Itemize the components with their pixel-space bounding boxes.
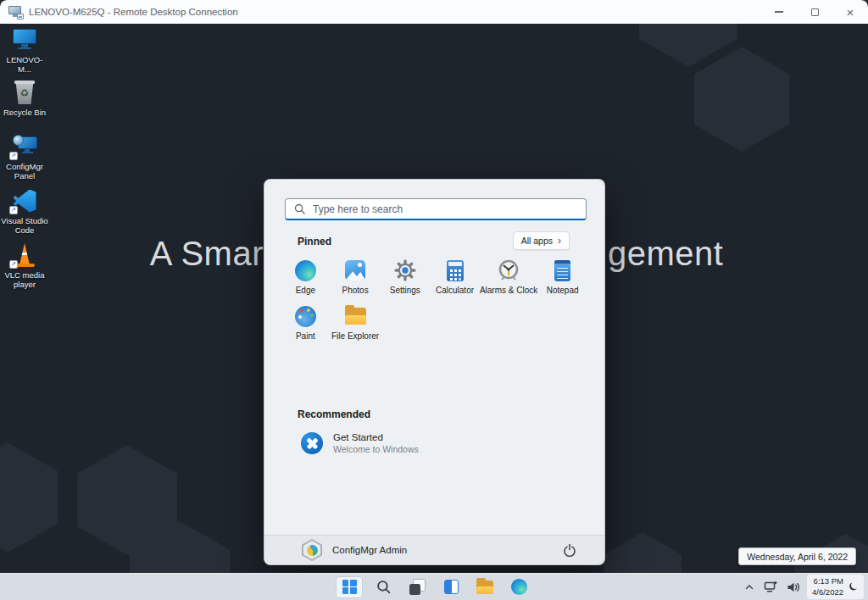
maximize-icon xyxy=(811,8,819,16)
start-menu: Pinned All apps › Edge Photos Settings xyxy=(264,179,605,565)
pinned-app-label: Calculator xyxy=(436,286,474,295)
settings-gear-icon xyxy=(394,259,416,281)
recycle-bin-icon: ♻ xyxy=(14,81,35,104)
hexagon-decoration xyxy=(0,442,58,553)
remote-desktop-icon xyxy=(12,29,37,52)
pinned-app-label: Edge xyxy=(296,286,315,295)
rdp-app-icon[interactable] xyxy=(8,6,23,19)
shortcut-arrow-icon: ↗ xyxy=(9,260,18,269)
pinned-app-calculator[interactable]: Calculator xyxy=(430,258,480,303)
desktop-icon-vscode[interactable]: ↗ Visual Studio Code xyxy=(0,188,49,236)
window-title: LENOVO-M625Q - Remote Desktop Connection xyxy=(29,7,238,17)
edge-icon xyxy=(295,260,316,281)
pinned-grid: Edge Photos Settings Calculator Alar xyxy=(281,258,587,349)
recommended-item-subtitle: Welcome to Windows xyxy=(333,444,419,454)
tray-overflow-button[interactable] xyxy=(742,576,757,598)
desktop-icon-recycle-bin[interactable]: ♻ Recycle Bin xyxy=(0,80,49,117)
focus-assist-moon-icon xyxy=(848,581,859,592)
tray-date: 4/6/2022 xyxy=(812,587,843,597)
taskbar-file-explorer-button[interactable] xyxy=(471,576,498,598)
network-button[interactable] xyxy=(761,576,780,598)
system-tray: 6:13 PM 4/6/2022 xyxy=(742,574,864,600)
windows-logo-icon xyxy=(342,580,357,594)
wallpaper-text-right: gement xyxy=(608,236,723,270)
network-display-icon xyxy=(764,581,777,593)
pinned-app-label: Paint xyxy=(296,331,315,341)
notepad-icon xyxy=(554,260,570,281)
desktop-icon-label: VLC media player xyxy=(0,270,49,290)
widgets-icon xyxy=(444,580,459,594)
tray-time: 6:13 PM xyxy=(812,576,843,586)
pinned-header: Pinned xyxy=(298,236,331,247)
all-apps-label: All apps xyxy=(521,236,553,246)
speaker-icon xyxy=(787,581,800,593)
pinned-app-notepad[interactable]: Notepad xyxy=(537,258,587,303)
search-input[interactable] xyxy=(311,203,586,216)
shortcut-arrow-icon: ↗ xyxy=(9,152,18,160)
desktop-icon-lenovo-rdp[interactable]: LENOVO-M... xyxy=(0,27,49,75)
close-icon: × xyxy=(847,6,854,19)
minimize-button[interactable] xyxy=(761,0,797,24)
power-button[interactable] xyxy=(559,539,581,561)
photos-icon xyxy=(345,260,365,281)
pinned-app-paint[interactable]: Paint xyxy=(281,303,331,349)
pinned-app-edge[interactable]: Edge xyxy=(281,258,331,303)
hexagon-decoration xyxy=(604,532,682,573)
start-button[interactable] xyxy=(336,576,363,598)
date-tooltip: Wednesday, April 6, 2022 xyxy=(738,547,856,565)
folder-icon xyxy=(476,581,493,594)
alarm-clock-icon xyxy=(498,259,520,281)
rdp-window: LENOVO-M625Q - Remote Desktop Connection… xyxy=(0,0,868,600)
pinned-app-label: Photos xyxy=(342,286,369,295)
pinned-app-alarms-clock[interactable]: Alarms & Clock xyxy=(480,258,537,303)
user-name: ConfigMgr Admin xyxy=(332,545,407,555)
calculator-icon xyxy=(447,260,464,281)
pinned-app-label: Alarms & Clock xyxy=(480,286,537,295)
pinned-app-label: Notepad xyxy=(547,286,579,295)
volume-button[interactable] xyxy=(784,576,803,598)
shortcut-arrow-icon: ↗ xyxy=(9,206,18,214)
pinned-app-photos[interactable]: Photos xyxy=(331,258,381,303)
desktop-icon-configmgr-panel[interactable]: ↗ ConfigMgr Panel xyxy=(0,134,49,181)
search-icon xyxy=(376,580,391,594)
minimize-icon xyxy=(775,11,783,13)
widgets-button[interactable] xyxy=(437,576,465,598)
paint-icon xyxy=(295,306,316,327)
start-search-box[interactable] xyxy=(285,198,587,220)
pinned-app-settings[interactable]: Settings xyxy=(380,258,430,303)
maximize-button[interactable] xyxy=(797,0,832,24)
recommended-header: Recommended xyxy=(298,408,370,420)
folder-icon xyxy=(345,308,366,325)
start-menu-user-bar: ConfigMgr Admin xyxy=(264,535,604,564)
taskbar-edge-button[interactable] xyxy=(505,576,532,598)
desktop-icon-label: ConfigMgr Panel xyxy=(0,162,49,181)
title-bar: LENOVO-M625Q - Remote Desktop Connection… xyxy=(0,0,868,24)
clock-button[interactable]: 6:13 PM 4/6/2022 xyxy=(807,575,864,599)
pinned-app-label: Settings xyxy=(390,286,420,295)
task-view-icon xyxy=(409,579,426,595)
search-icon xyxy=(294,203,305,214)
pinned-app-file-explorer[interactable]: File Explorer xyxy=(331,303,381,349)
desktop-icon-label: LENOVO-M... xyxy=(0,55,49,75)
all-apps-button[interactable]: All apps › xyxy=(513,231,570,250)
close-button[interactable]: × xyxy=(832,0,868,24)
chevron-right-icon: › xyxy=(558,236,561,246)
recommended-item-title: Get Started xyxy=(333,432,419,442)
desktop-icon-label: Recycle Bin xyxy=(3,108,46,117)
pinned-app-label: File Explorer xyxy=(331,331,379,341)
desktop-icon-vlc[interactable]: ↗ VLC media player xyxy=(0,242,49,290)
chevron-up-icon xyxy=(744,582,754,592)
task-view-button[interactable] xyxy=(403,576,431,598)
taskbar: 6:13 PM 4/6/2022 xyxy=(0,573,868,600)
recommended-item-get-started[interactable]: Get Started Welcome to Windows xyxy=(298,429,422,458)
power-icon xyxy=(563,543,576,557)
user-avatar[interactable] xyxy=(302,539,322,561)
taskbar-search-button[interactable] xyxy=(370,576,397,598)
desktop-icon-label: Visual Studio Code xyxy=(0,216,49,236)
wallpaper-text-left: A Smar xyxy=(150,236,264,270)
get-started-icon xyxy=(301,432,323,454)
edge-icon xyxy=(511,579,527,595)
hexagon-decoration xyxy=(694,47,789,152)
